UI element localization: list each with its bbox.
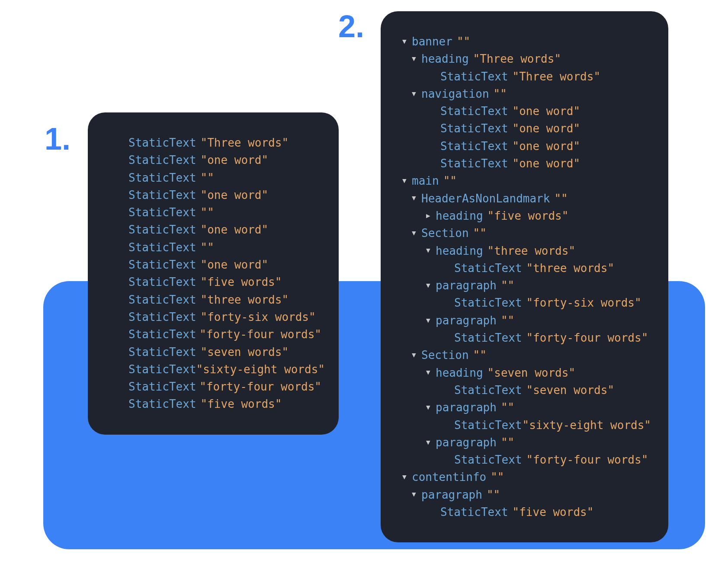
role-statictext: StaticText [454, 294, 522, 311]
role-heading: heading [436, 242, 483, 259]
value: "three words" [487, 242, 576, 259]
tree-row[interactable]: ▼banner"" [402, 33, 651, 50]
tree-row[interactable]: ▼paragraph"" [402, 277, 651, 294]
value: "seven words" [526, 381, 615, 399]
value: "forty-four words" [526, 329, 648, 346]
tree-row[interactable]: ▶heading"five words" [402, 207, 651, 224]
tree-row[interactable]: ▼heading"Three words" [402, 50, 651, 67]
value: "one word" [201, 186, 269, 204]
value: "" [201, 169, 214, 186]
expand-icon[interactable]: ▼ [402, 472, 412, 483]
tree-row[interactable]: ▼paragraph"" [402, 399, 651, 416]
collapse-icon[interactable]: ▶ [426, 211, 436, 221]
tree-row[interactable]: ▼paragraph"" [402, 486, 651, 503]
expand-icon[interactable]: ▼ [426, 367, 436, 378]
tree-row: StaticText"Three words" [402, 68, 651, 85]
tree-row[interactable]: ▼main"" [402, 172, 651, 189]
value: "" [473, 346, 487, 364]
role-statictext: StaticText [440, 103, 508, 120]
tree-row: StaticText"forty-four words" [109, 378, 321, 395]
value: "Three words" [513, 68, 601, 85]
role-paragraph: paragraph [436, 277, 497, 294]
expand-icon[interactable]: ▼ [426, 315, 436, 326]
tree-row[interactable]: ▼heading"three words" [402, 242, 651, 259]
value: "forty-six words" [526, 294, 641, 311]
label-1: 1. [45, 121, 71, 157]
role-section: Section [421, 224, 469, 242]
tree-row: StaticText"" [109, 169, 321, 186]
role-statictext: StaticText [128, 343, 196, 361]
role-heading: heading [436, 207, 483, 224]
value: "" [554, 190, 568, 207]
value: "five words" [487, 207, 569, 224]
value: "" [501, 277, 514, 294]
role-statictext: StaticText [440, 120, 508, 137]
role-paragraph: paragraph [421, 486, 482, 503]
value: "seven words" [201, 343, 289, 361]
value: "" [201, 239, 214, 256]
tree-row: StaticText"three words" [402, 259, 651, 277]
tree-row: StaticText"forty-six words" [109, 308, 321, 326]
tree-row[interactable]: ▼heading"seven words" [402, 364, 651, 381]
role-statictext: StaticText [128, 204, 196, 221]
value: "three words" [201, 291, 289, 308]
tree-row: StaticText"seven words" [402, 381, 651, 399]
tree-row: StaticText"one word" [402, 155, 651, 172]
tree-row: StaticText"five words" [402, 503, 651, 521]
value: "seven words" [487, 364, 576, 381]
role-statictext: StaticText [128, 326, 196, 343]
tree-row: StaticText"" [109, 204, 321, 221]
expand-icon[interactable]: ▼ [426, 245, 436, 256]
role-statictext: StaticText [128, 395, 196, 413]
value: "forty-four words" [199, 326, 321, 343]
value: "one word" [513, 120, 580, 137]
tree-row: StaticText"one word" [109, 186, 321, 204]
value: "one word" [201, 151, 269, 169]
expand-icon[interactable]: ▼ [412, 193, 421, 204]
value: "sixty-eight words" [523, 416, 651, 434]
tree-row[interactable]: ▼navigation"" [402, 85, 651, 103]
role-navigation: navigation [421, 85, 489, 103]
role-headerasnonlandmark: HeaderAsNonLandmark [421, 190, 550, 207]
tree-row[interactable]: ▼contentinfo"" [402, 468, 651, 486]
role-heading: heading [421, 50, 469, 67]
tree-row[interactable]: ▼Section"" [402, 346, 651, 364]
expand-icon[interactable]: ▼ [426, 402, 436, 413]
value: "" [201, 204, 214, 221]
expand-icon[interactable]: ▼ [412, 54, 421, 64]
value: "" [501, 399, 514, 416]
value: "forty-four words" [526, 451, 648, 468]
role-statictext: StaticText [440, 68, 508, 85]
value: "one word" [201, 221, 269, 238]
role-paragraph: paragraph [436, 312, 497, 329]
role-statictext: StaticText [454, 259, 522, 277]
role-contentinfo: contentinfo [412, 468, 486, 486]
expand-icon[interactable]: ▼ [412, 228, 421, 239]
tree-row[interactable]: ▼HeaderAsNonLandmark"" [402, 190, 651, 207]
role-statictext: StaticText [454, 416, 522, 434]
role-main: main [412, 172, 439, 189]
expand-icon[interactable]: ▼ [412, 489, 421, 500]
expand-icon[interactable]: ▼ [412, 89, 421, 99]
value: "" [443, 172, 457, 189]
expand-icon[interactable]: ▼ [402, 176, 412, 186]
value: "one word" [201, 256, 269, 273]
value: "" [457, 33, 470, 50]
role-statictext: StaticText [440, 503, 508, 521]
value: "forty-four words" [199, 378, 321, 395]
value: "three words" [526, 259, 615, 277]
value: "" [501, 434, 514, 451]
expand-icon[interactable]: ▼ [412, 350, 421, 361]
tree-row: StaticText"forty-four words" [402, 451, 651, 468]
role-statictext: StaticText [128, 239, 196, 256]
accessibility-tree-panel-1: StaticText"Three words" StaticText"one w… [88, 112, 339, 435]
expand-icon[interactable]: ▼ [426, 437, 436, 448]
tree-row[interactable]: ▼paragraph"" [402, 312, 651, 329]
value: "" [487, 486, 500, 503]
expand-icon[interactable]: ▼ [402, 36, 412, 47]
value: "five words" [513, 503, 594, 521]
expand-icon[interactable]: ▼ [426, 280, 436, 291]
tree-row[interactable]: ▼Section"" [402, 224, 651, 242]
value: "Three words" [473, 50, 561, 67]
tree-row[interactable]: ▼paragraph"" [402, 434, 651, 451]
